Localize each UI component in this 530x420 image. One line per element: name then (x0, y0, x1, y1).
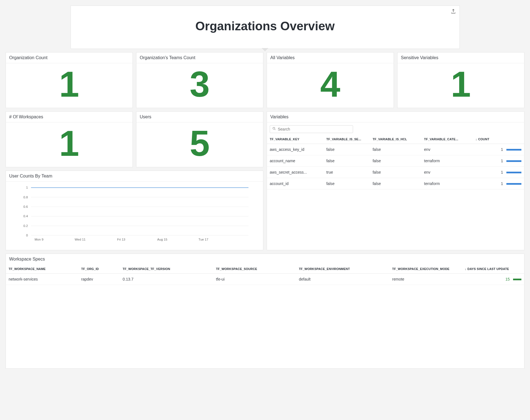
card-teams-count: Organization's Teams Count 3 (136, 52, 263, 108)
table-row[interactable]: aws_access_key_idfalsefalseenv1 (267, 144, 524, 155)
row-2: # Of Workspaces 1 Users 5 User Counts By… (6, 111, 524, 250)
table-row[interactable]: aws_secret_access...truefalseenv1 (267, 167, 524, 178)
col-org-id[interactable]: TF_ORG_ID (78, 264, 120, 274)
col-env[interactable]: TF_WORKSPACE_ENVIRONMENT (296, 264, 389, 274)
col-source[interactable]: TF_WORKSPACE_SOURCE (213, 264, 296, 274)
card-org-count: Organization Count 1 (6, 52, 133, 108)
svg-text:0: 0 (26, 234, 28, 237)
card-title: All Variables (267, 52, 394, 63)
cell-is-hcl: false (370, 155, 421, 167)
cell-is-hcl: false (370, 178, 421, 189)
cell-key: account_name (267, 155, 324, 167)
card-title: Users (136, 112, 263, 122)
panel-variables: Variables TF_VARIABLE_KEY TF_VARIA (267, 111, 524, 250)
cell-is-se: false (324, 144, 370, 155)
svg-text:0.4: 0.4 (23, 214, 28, 218)
col-count[interactable]: ↓COUNT (473, 135, 524, 144)
svg-text:Aug 15: Aug 15 (157, 238, 167, 241)
panel-title: Variables (267, 112, 524, 122)
col-key[interactable]: TF_VARIABLE_KEY (267, 135, 324, 144)
dashboard: Organizations Overview Organization Coun… (6, 6, 524, 369)
bar-icon (506, 183, 521, 185)
table-header-row: TF_WORKSPACE_NAME TF_ORG_ID TF_WORKSPACE… (6, 264, 524, 274)
bar-icon (513, 279, 521, 280)
cell-key: account_id (267, 178, 324, 189)
col-ws-name[interactable]: TF_WORKSPACE_NAME (6, 264, 78, 274)
chart-body: 00.20.40.60.81 Mon 9Wed 11Fri 13Aug 15Tu… (6, 182, 263, 246)
table-row[interactable]: account_idfalsefalseterraform1 (267, 178, 524, 189)
page-title: Organizations Overview (75, 19, 455, 33)
cell-is-hcl: false (370, 144, 421, 155)
cell-count: 1 (473, 178, 524, 189)
cell-cate: terraform (421, 155, 473, 167)
svg-text:Tue 17: Tue 17 (199, 238, 208, 241)
svg-point-18 (273, 127, 275, 129)
cell-is-se: false (324, 155, 370, 167)
cell-days: 15 (462, 274, 524, 285)
variables-table: TF_VARIABLE_KEY TF_VARIABLE_IS_SE... TF_… (267, 135, 524, 189)
search-icon (272, 127, 278, 132)
chart-title: User Counts By Team (6, 171, 263, 182)
card-value: 4 (267, 63, 394, 108)
svg-text:Mon 9: Mon 9 (34, 238, 43, 241)
cell-is-se: true (324, 167, 370, 178)
cell-count: 1 (473, 167, 524, 178)
bar-icon (506, 149, 521, 151)
bar-icon (506, 160, 521, 162)
svg-text:0.8: 0.8 (23, 196, 28, 199)
kpi-row-1: Organization Count 1 Organization's Team… (6, 52, 524, 108)
svg-text:0.2: 0.2 (23, 224, 28, 228)
col-is-se[interactable]: TF_VARIABLE_IS_SE... (324, 135, 370, 144)
panel-title: Workspace Specs (6, 254, 524, 264)
cell-is-se: false (324, 178, 370, 189)
cell-key: aws_access_key_id (267, 144, 324, 155)
card-all-variables: All Variables 4 (267, 52, 394, 108)
card-users: Users 5 (136, 111, 263, 167)
panel-workspace-specs: Workspace Specs TF_WORKSPACE_NAME TF_ORG… (6, 254, 524, 369)
cell-org: rapdev (78, 274, 120, 285)
svg-text:Fri 13: Fri 13 (117, 238, 125, 241)
card-value: 1 (398, 63, 524, 108)
card-title: Organization Count (6, 52, 132, 63)
col-tf-version[interactable]: TF_WORKSPACE_TF_VERSION (120, 264, 213, 274)
search-input[interactable] (278, 127, 351, 131)
cell-cate: terraform (421, 178, 473, 189)
card-title: # Of Workspaces (6, 112, 132, 122)
col-days[interactable]: ↓DAYS SINCE LAST UPDATE (462, 264, 524, 274)
left-column: # Of Workspaces 1 Users 5 User Counts By… (6, 111, 263, 250)
bar-icon (506, 172, 521, 173)
cell-ver: 0.13.7 (120, 274, 213, 285)
cell-cate: env (421, 167, 473, 178)
cell-cate: env (421, 144, 473, 155)
table-row[interactable]: account_namefalsefalseterraform1 (267, 155, 524, 167)
svg-text:0.6: 0.6 (23, 205, 28, 208)
col-is-hcl[interactable]: TF_VARIABLE_IS_HCL (370, 135, 421, 144)
right-column: Variables TF_VARIABLE_KEY TF_VARIA (267, 111, 524, 250)
line-chart-svg: 00.20.40.60.81 Mon 9Wed 11Fri 13Aug 15Tu… (10, 185, 259, 243)
chart-user-counts-by-team: User Counts By Team 00.20.40.60.81 Mon 9… (6, 171, 263, 250)
svg-text:1: 1 (26, 186, 28, 189)
table-row[interactable]: network-servicesrapdev0.13.7tfe-uidefaul… (6, 274, 524, 285)
svg-line-19 (274, 129, 275, 130)
header-banner: Organizations Overview (71, 6, 460, 49)
table-header-row: TF_VARIABLE_KEY TF_VARIABLE_IS_SE... TF_… (267, 135, 524, 144)
card-value: 5 (136, 122, 263, 167)
card-workspaces: # Of Workspaces 1 (6, 111, 133, 167)
sort-desc-icon: ↓ (476, 138, 477, 141)
cell-key: aws_secret_access... (267, 167, 324, 178)
card-title: Organization's Teams Count (136, 52, 263, 63)
card-value: 1 (6, 122, 132, 167)
card-title: Sensitive Variables (398, 52, 524, 63)
sort-desc-icon: ↓ (465, 267, 466, 271)
search-box[interactable] (270, 125, 353, 133)
cell-ws-name: network-services (6, 274, 78, 285)
cell-count: 1 (473, 144, 524, 155)
svg-text:Wed 11: Wed 11 (75, 238, 86, 241)
col-exec-mode[interactable]: TF_WORKSPACE_EXECUTION_MODE (389, 264, 462, 274)
export-icon[interactable] (451, 9, 456, 14)
workspace-specs-table: TF_WORKSPACE_NAME TF_ORG_ID TF_WORKSPACE… (6, 264, 524, 285)
card-value: 3 (136, 63, 263, 108)
cell-src: tfe-ui (213, 274, 296, 285)
cell-count: 1 (473, 155, 524, 167)
col-cate[interactable]: TF_VARIABLE_CATE... (421, 135, 473, 144)
